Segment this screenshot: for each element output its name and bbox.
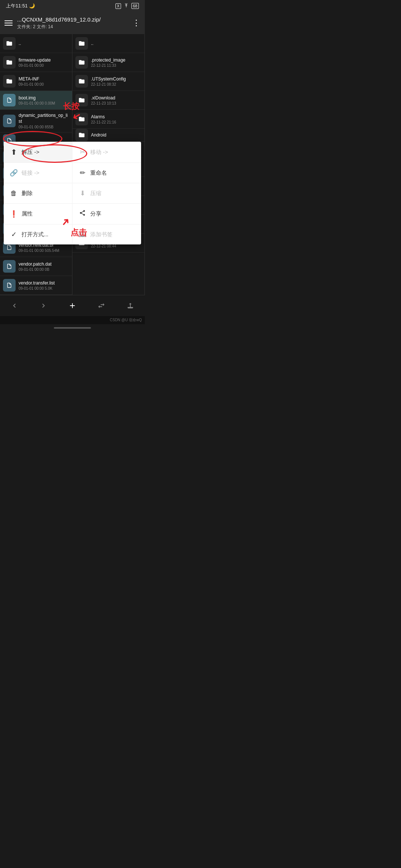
- file-info: firmware-update 09-01-01 00:00: [19, 57, 69, 68]
- file-info: ..: [91, 41, 141, 46]
- home-indicator: [0, 324, 145, 332]
- hamburger-menu-button[interactable]: [4, 20, 13, 26]
- file-name: vendor.transfer.list: [19, 280, 69, 286]
- wifi-icon: [123, 3, 129, 9]
- watermark: CSDN @U 宿命wQ: [0, 316, 145, 324]
- battery-level: 68: [133, 4, 137, 8]
- file-name: ..: [19, 41, 69, 46]
- list-item[interactable]: Android: [72, 129, 144, 142]
- list-item[interactable]: dynamic_partitions_op_list 09-01-01 00:0…: [0, 110, 72, 132]
- menu-item-label: 解压 ->: [22, 149, 39, 156]
- file-meta: 22-12-21 11:33: [91, 63, 141, 68]
- folder-icon: [3, 37, 16, 50]
- menu-item-label: 删除: [22, 190, 33, 197]
- menu-item-label: 添加书签: [90, 231, 113, 238]
- file-name: dynamic_partitions_op_list: [19, 113, 69, 124]
- file-name: firmware-update: [19, 57, 69, 63]
- watermark-text: CSDN @U 宿命wQ: [110, 318, 142, 322]
- menu-item-properties[interactable]: ❗ 属性: [4, 204, 72, 224]
- file-name: Alarms: [91, 114, 141, 119]
- move-icon: ✂: [78, 148, 87, 156]
- list-item[interactable]: META-INF 09-01-01 00:00: [0, 72, 72, 91]
- file-meta: 09-01-01 00:00 855B: [19, 125, 69, 129]
- time-text: 上午11:51: [6, 3, 28, 9]
- delete-icon: 🗑: [10, 190, 18, 197]
- share-icon: [78, 210, 87, 218]
- menu-item-extract[interactable]: ⬆ 解压 ->: [4, 142, 72, 163]
- menu-item-label: 移动 ->: [90, 149, 108, 156]
- file-name: META-INF: [19, 76, 69, 82]
- menu-item-label: 链接 ->: [22, 170, 39, 177]
- menu-item-bookmark: 📖 添加书签: [72, 224, 141, 244]
- file-meta: 22-11-22 21:16: [91, 120, 141, 124]
- file-icon: [3, 94, 16, 106]
- file-info: META-INF 09-01-01 00:00: [19, 76, 69, 86]
- list-item[interactable]: Alarms 22-11-22 21:16: [72, 110, 144, 129]
- menu-item-label: 压缩: [90, 190, 101, 197]
- nav-upload-button[interactable]: [121, 299, 140, 312]
- list-item[interactable]: .UTSystemConfig 22-12-21 08:32: [72, 72, 144, 91]
- folder-icon: [75, 94, 88, 106]
- nav-transfer-button[interactable]: [92, 299, 111, 312]
- list-item[interactable]: .protected_image 22-12-21 11:33: [72, 53, 144, 72]
- list-item[interactable]: ..: [0, 34, 72, 53]
- file-info: vendor.transfer.list 09-01-01 00:00 5.0K: [19, 280, 69, 290]
- file-icon: [3, 260, 16, 273]
- nav-forward-button[interactable]: [34, 299, 53, 312]
- menu-item-label: 重命名: [90, 170, 107, 177]
- header-title-block: ...QCNXM_88d1d76919_12.0.zip/ 文件夹: 2 文件:…: [17, 16, 128, 30]
- file-meta: 09-01-01 00:00 0.00M: [19, 101, 69, 105]
- menu-item-share[interactable]: 分享: [72, 204, 141, 224]
- file-name: .xlDownload: [91, 95, 141, 101]
- bookmark-icon: 📖: [78, 230, 87, 239]
- menu-item-rename[interactable]: ✏ 重命名: [72, 163, 141, 183]
- list-item[interactable]: firmware-update 09-01-01 00:00: [0, 53, 72, 72]
- folder-icon: [75, 56, 88, 69]
- list-item[interactable]: vendor.transfer.list 09-01-01 00:00 5.0K: [0, 276, 72, 295]
- link-icon: 🔗: [10, 169, 18, 177]
- context-menu: ⬆ 解压 -> ✂ 移动 -> 🔗 链接 -> ✏ 重命名 🗑 删除 ⬇ 压缩 …: [4, 142, 141, 244]
- file-name: boot.img: [19, 95, 69, 101]
- folder-icon: [3, 75, 16, 88]
- header: ...QCNXM_88d1d76919_12.0.zip/ 文件夹: 2 文件:…: [0, 12, 145, 34]
- nav-add-button[interactable]: [63, 299, 82, 312]
- file-meta: 09-01-01 00:00: [19, 63, 69, 68]
- folder-icon: [75, 37, 88, 50]
- nav-back-button[interactable]: [5, 299, 24, 312]
- more-options-button[interactable]: ⋮: [132, 18, 140, 28]
- file-name: ..: [91, 41, 141, 46]
- list-item[interactable]: vendor.patch.dat 09-01-01 00:00 0B: [0, 257, 72, 276]
- file-info: Alarms 22-11-22 21:16: [91, 114, 141, 124]
- menu-item-delete[interactable]: 🗑 删除: [4, 183, 72, 204]
- file-info: boot.img 09-01-01 00:00 0.00M: [19, 95, 69, 105]
- list-item[interactable]: .xlDownload 22-11-23 10:13: [72, 91, 144, 110]
- file-info: .xlDownload 22-11-23 10:13: [91, 95, 141, 105]
- open-with-icon: ✓: [10, 230, 18, 239]
- file-list-container: .. firmware-update 09-01-01 00:00 META-I…: [0, 34, 145, 295]
- file-icon: [3, 279, 16, 292]
- file-meta: 22-11-23 10:13: [91, 101, 141, 105]
- file-info: Android: [91, 132, 141, 138]
- file-name: .UTSystemConfig: [91, 76, 141, 82]
- file-name: .protected_image: [91, 57, 141, 63]
- list-item[interactable]: boot.img 09-01-01 00:00 0.00M: [0, 91, 72, 110]
- path-title: ...QCNXM_88d1d76919_12.0.zip/: [17, 16, 128, 23]
- menu-item-label: 打开方式...: [22, 231, 49, 238]
- file-icon: [3, 115, 16, 127]
- file-count-subtitle: 文件夹: 2 文件: 14: [17, 24, 128, 30]
- list-item[interactable]: ..: [72, 34, 144, 53]
- menu-item-link: 🔗 链接 ->: [4, 163, 72, 183]
- file-info: .UTSystemConfig 22-12-21 08:32: [91, 76, 141, 86]
- screen-record-icon: X: [115, 3, 121, 9]
- file-meta: 09-01-01 00:00: [19, 82, 69, 86]
- bottom-navigation: [0, 295, 145, 316]
- menu-item-open-with[interactable]: ✓ 打开方式...: [4, 224, 72, 244]
- compress-icon: ⬇: [78, 189, 87, 197]
- folder-icon: [75, 75, 88, 88]
- file-info: ..: [19, 41, 69, 46]
- file-meta: 09-01-01 00:00 5.0K: [19, 286, 69, 290]
- menu-item-compress: ⬇ 压缩: [72, 183, 141, 204]
- rename-icon: ✏: [78, 169, 87, 177]
- file-meta: 22-12-21 08:32: [91, 82, 141, 86]
- status-icons: X 68: [115, 3, 139, 9]
